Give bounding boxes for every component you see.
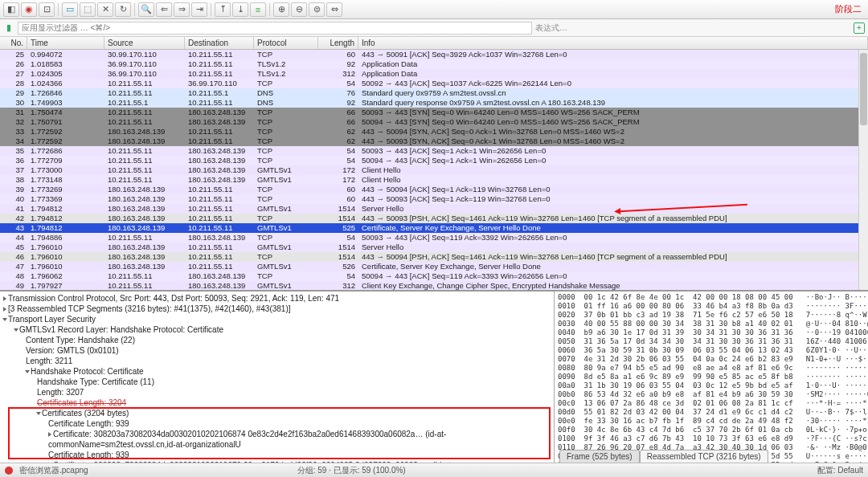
tree-item[interactable]: Handshake Protocol: Certificate	[3, 366, 551, 377]
packet-row[interactable]: 491.79792710.211.55.11180.163.248.139GMT…	[0, 281, 868, 291]
hex-tabs: Frame (525 bytes) Reassembled TCP (3216 …	[559, 450, 768, 463]
packet-row[interactable]: 441.79488610.211.55.11180.163.248.139TCP…	[0, 233, 868, 243]
packet-row[interactable]: 471.796010180.163.248.13910.211.55.11GMT…	[0, 262, 868, 271]
col-info[interactable]: Info	[358, 37, 868, 49]
col-no[interactable]: No.	[0, 37, 27, 49]
packet-row[interactable]: 281.02436610.211.55.1136.99.170.110TCP54…	[0, 79, 868, 88]
last-icon[interactable]: ⤓	[232, 2, 248, 17]
jump-icon[interactable]: ⇥	[191, 2, 207, 17]
tree-item[interactable]: Handshake Type: Certificate (11)	[3, 377, 551, 387]
packet-row[interactable]: 371.77300010.211.55.11180.163.248.139GMT…	[0, 165, 868, 175]
reload-icon[interactable]: ↻	[115, 2, 131, 17]
status-count: 分组: 59 · 已显示: 59 (100.0%)	[297, 465, 406, 476]
hex-dump-pane[interactable]: 0000 00 1c 42 6f 8e 4e 00 1c 42 00 00 18…	[555, 292, 868, 463]
first-icon[interactable]: ⤒	[215, 2, 231, 17]
packet-row[interactable]: 261.01858336.99.170.11010.211.55.11TLSv1…	[0, 59, 868, 69]
col-len[interactable]: Length	[318, 37, 358, 49]
toolbar-btn[interactable]: ⊡	[39, 2, 55, 17]
tree-item[interactable]: Length: 3211	[3, 356, 551, 366]
tree-item[interactable]: Certificate Length: 939	[3, 418, 551, 429]
packet-row[interactable]: 421.794812180.163.248.13910.211.55.11TCP…	[0, 214, 868, 223]
toolbar-btn[interactable]: ◧	[3, 2, 19, 17]
packet-row[interactable]: 250.99407230.99.170.11010.211.55.11TCP60…	[0, 50, 868, 59]
packet-row[interactable]: 411.794812180.163.248.13910.211.55.11GMT…	[0, 204, 868, 214]
hex-tab-frame[interactable]: Frame (525 bytes)	[559, 450, 640, 463]
packet-row[interactable]: 301.74990310.211.55.110.211.55.11DNS92St…	[0, 98, 868, 108]
display-filter-input[interactable]	[18, 22, 532, 35]
packet-list-header: No. Time Source Destination Protocol Len…	[0, 37, 868, 50]
filter-toolbar: ▮ 表达式… +	[0, 19, 868, 37]
zoom-fit-icon[interactable]: ⊜	[309, 2, 325, 17]
prev-icon[interactable]: ⇐	[156, 2, 172, 17]
packet-row[interactable]: 271.02430536.99.170.11010.211.55.11TLSv1…	[0, 69, 868, 79]
bookmark-icon[interactable]: ▮	[3, 22, 14, 34]
tree-item[interactable]: Certificate: 308203a73082034da0030201020…	[3, 460, 551, 463]
status-bar: 密信浏览器.pcapng 分组: 59 · 已显示: 59 (100.0%) 配…	[0, 463, 868, 477]
tree-item[interactable]: Length: 3207	[3, 387, 551, 398]
col-source[interactable]: Source	[104, 37, 185, 49]
close-icon[interactable]: ✕	[97, 2, 113, 17]
packet-row[interactable]: 481.79606210.211.55.11180.163.248.139TCP…	[0, 271, 868, 281]
packet-row[interactable]: 361.77270910.211.55.11180.163.248.139TCP…	[0, 156, 868, 165]
tree-item[interactable]: Content Type: Handshake (22)	[3, 335, 551, 345]
packet-row[interactable]: 391.773269180.163.248.13910.211.55.11TCP…	[0, 185, 868, 194]
packet-list[interactable]: 250.99407230.99.170.11010.211.55.11TCP60…	[0, 50, 868, 291]
col-time[interactable]: Time	[27, 37, 104, 49]
tree-item[interactable]: [3 Reassembled TCP Segments (3216 bytes)…	[3, 304, 551, 314]
packet-row[interactable]: 401.773369180.163.248.13910.211.55.11TCP…	[0, 194, 868, 204]
scrollbar[interactable]	[858, 50, 868, 290]
next-icon[interactable]: ⇒	[174, 2, 190, 17]
scroll-thumb[interactable]	[860, 53, 867, 125]
tree-item[interactable]: Certificates Length: 3204	[3, 398, 551, 408]
main-toolbar: ◧ ◉ ⊡ ▭ ⬚ ✕ ↻ 🔍 ⇐ ⇒ ⇥ ⤒ ⤓ ≡ ⊕ ⊖ ⊜ ⇔ 阶段二	[0, 0, 868, 19]
packet-row[interactable]: 311.75047410.211.55.11180.163.248.139TCP…	[0, 108, 868, 117]
hex-tab-reassembled[interactable]: Reassembled TCP (3216 bytes)	[640, 450, 768, 463]
expression-button[interactable]: 表达式…	[535, 22, 567, 34]
tree-item[interactable]: Certificates (3204 bytes)	[3, 408, 551, 418]
tree-item[interactable]: Certificate Length: 939	[3, 450, 551, 460]
tree-item[interactable]: Certificate: 308203a73082034da0030201020…	[3, 429, 551, 450]
tree-item[interactable]: Version: GMTLS (0x0101)	[3, 345, 551, 356]
autoscroll-icon[interactable]: ≡	[250, 2, 266, 17]
zoom-out-icon[interactable]: ⊖	[291, 2, 307, 17]
packet-row[interactable]: 331.772592180.163.248.13910.211.55.11TCP…	[0, 127, 868, 137]
add-filter-button[interactable]: +	[854, 22, 865, 34]
packet-details-tree[interactable]: Transmission Control Protocol, Src Port:…	[0, 292, 555, 463]
save-icon[interactable]: ⬚	[80, 2, 96, 17]
tree-item[interactable]: Transmission Control Protocol, Src Port:…	[3, 293, 551, 304]
toolbar-btn[interactable]: ◉	[21, 2, 37, 17]
phase-label: 阶段二	[835, 3, 862, 15]
details-hex-split: Transmission Control Protocol, Src Port:…	[0, 291, 868, 463]
packet-row[interactable]: 461.796010180.163.248.13910.211.55.11TCP…	[0, 252, 868, 262]
col-dest[interactable]: Destination	[185, 37, 254, 49]
resize-cols-icon[interactable]: ⇔	[326, 2, 342, 17]
packet-row[interactable]: 381.77314810.211.55.11180.163.248.139GMT…	[0, 175, 868, 185]
packet-row[interactable]: 321.75079110.211.55.11180.163.248.139TCP…	[0, 117, 868, 127]
packet-row[interactable]: 341.772592180.163.248.13910.211.55.11TCP…	[0, 137, 868, 146]
status-profile[interactable]: 配置: Default	[817, 465, 863, 476]
packet-row[interactable]: 431.794812180.163.248.13910.211.55.11GMT…	[0, 223, 868, 233]
zoom-in-icon[interactable]: ⊕	[273, 2, 289, 17]
packet-row[interactable]: 351.77268610.211.55.11180.163.248.139TCP…	[0, 146, 868, 156]
status-file: 密信浏览器.pcapng	[19, 465, 88, 476]
col-proto[interactable]: Protocol	[254, 37, 318, 49]
tree-item[interactable]: GMTLSv1 Record Layer: Handshake Protocol…	[3, 324, 551, 335]
packet-row[interactable]: 451.796010180.163.248.13910.211.55.11GMT…	[0, 243, 868, 252]
find-icon[interactable]: 🔍	[138, 2, 154, 17]
expert-info-icon[interactable]	[5, 467, 13, 475]
open-icon[interactable]: ▭	[62, 2, 78, 17]
tree-item[interactable]: Transport Layer Security	[3, 314, 551, 324]
packet-row[interactable]: 291.72684610.211.55.1110.211.55.1DNS76St…	[0, 88, 868, 98]
